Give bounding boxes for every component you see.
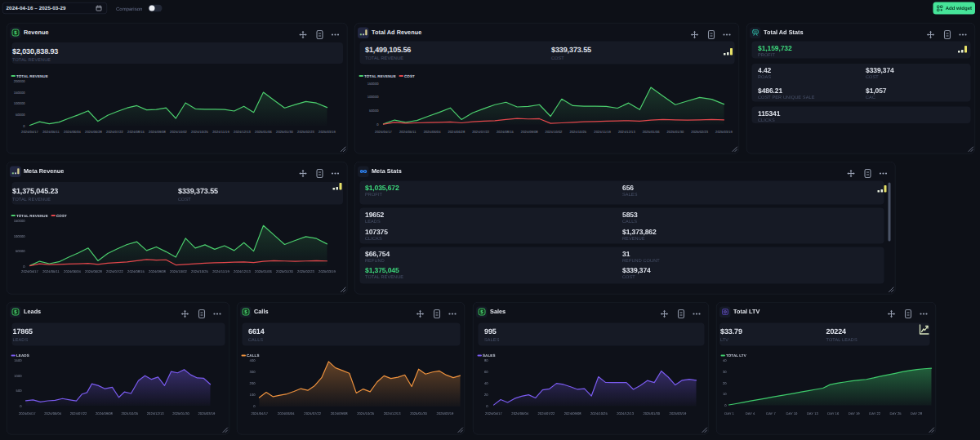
svg-text:2025/02/23: 2025/02/23 [297, 269, 314, 273]
svg-text:50000: 50000 [16, 113, 25, 117]
svg-text:TOTAL LTV: TOTAL LTV [726, 353, 746, 358]
svg-text:2025/03/19: 2025/03/19 [715, 130, 733, 134]
svg-text:2024/08/15: 2024/08/15 [127, 130, 145, 134]
svg-text:0: 0 [20, 404, 22, 408]
svg-text:0: 0 [253, 404, 256, 408]
svg-text:2024/09/08: 2024/09/08 [331, 411, 348, 416]
svg-text:2024/06/04: 2024/06/04 [278, 411, 295, 416]
svg-text:COST: COST [404, 74, 415, 78]
svg-text:10: 10 [723, 392, 727, 396]
svg-text:DAY 16: DAY 16 [827, 411, 839, 416]
svg-text:2025/01/06: 2025/01/06 [643, 130, 660, 134]
svg-text:2024/04/17: 2024/04/17 [21, 130, 38, 134]
svg-text:2024/06/04: 2024/06/04 [44, 411, 61, 416]
svg-text:2024/12/13: 2024/12/13 [618, 130, 635, 134]
svg-text:0: 0 [486, 404, 488, 408]
svg-text:2024/08/15: 2024/08/15 [127, 269, 145, 273]
svg-text:0: 0 [23, 124, 25, 128]
svg-text:2024/07/22: 2024/07/22 [538, 411, 555, 416]
svg-text:2024/12/13: 2024/12/13 [147, 411, 164, 416]
svg-text:2025/03/19: 2025/03/19 [318, 269, 336, 273]
svg-text:2024/07/22: 2024/07/22 [70, 411, 87, 416]
svg-text:2024/10/25: 2024/10/25 [121, 411, 138, 416]
svg-text:2024/06/04: 2024/06/04 [64, 269, 81, 273]
svg-text:2024/11/19: 2024/11/19 [212, 269, 229, 273]
svg-text:DAY 4: DAY 4 [746, 411, 755, 416]
svg-text:2024/09/08: 2024/09/08 [564, 411, 581, 416]
svg-text:300: 300 [250, 370, 256, 374]
svg-text:2024/06/04: 2024/06/04 [64, 130, 81, 134]
svg-text:2024/05/11: 2024/05/11 [399, 130, 416, 134]
svg-text:TOTAL REVENUE: TOTAL REVENUE [16, 74, 48, 78]
svg-text:150000: 150000 [368, 82, 379, 86]
svg-text:20: 20 [723, 381, 727, 385]
svg-text:DAY 1: DAY 1 [724, 411, 734, 416]
svg-text:2024/09/08: 2024/09/08 [96, 411, 113, 416]
svg-text:2024/04/17: 2024/04/17 [21, 269, 38, 273]
svg-text:2025/03/19: 2025/03/19 [437, 411, 454, 416]
svg-text:0: 0 [23, 264, 25, 269]
svg-text:SALES: SALES [483, 353, 496, 358]
svg-text:2025/03/19: 2025/03/19 [670, 411, 687, 416]
svg-text:2024/09/08: 2024/09/08 [149, 269, 166, 273]
svg-text:2024/07/22: 2024/07/22 [472, 130, 489, 134]
svg-text:2024/10/25: 2024/10/25 [569, 130, 586, 134]
svg-text:40: 40 [723, 358, 727, 362]
svg-text:2025/01/30: 2025/01/30 [667, 130, 684, 134]
svg-text:DAY 25: DAY 25 [890, 411, 902, 416]
svg-text:2024/04/17: 2024/04/17 [485, 411, 502, 416]
svg-text:2024/04/17: 2024/04/17 [19, 411, 36, 416]
svg-text:2025/01/30: 2025/01/30 [643, 411, 660, 416]
svg-text:100: 100 [250, 393, 256, 397]
svg-text:2025/03/19: 2025/03/19 [318, 130, 336, 134]
svg-text:2024/10/25: 2024/10/25 [191, 130, 208, 134]
svg-text:2024/07/22: 2024/07/22 [106, 269, 123, 273]
svg-text:2024/10/25: 2024/10/25 [357, 411, 374, 416]
svg-text:150000: 150000 [14, 91, 25, 95]
svg-text:2024/04/17: 2024/04/17 [375, 130, 392, 134]
svg-text:40: 40 [484, 381, 488, 385]
svg-text:500: 500 [16, 389, 22, 393]
svg-text:2024/12/13: 2024/12/13 [234, 130, 251, 134]
svg-text:COST: COST [56, 214, 67, 218]
svg-text:2024/06/28: 2024/06/28 [85, 130, 102, 134]
svg-text:2024/08/15: 2024/08/15 [497, 130, 514, 134]
svg-text:2024/10/02: 2024/10/02 [546, 130, 563, 134]
svg-text:2024/04/17: 2024/04/17 [251, 411, 268, 416]
svg-text:2024/06/04: 2024/06/04 [511, 411, 528, 416]
svg-text:CALLS: CALLS [247, 353, 260, 358]
svg-text:2025/01/30: 2025/01/30 [276, 269, 293, 273]
svg-text:0: 0 [724, 403, 727, 407]
svg-text:80: 80 [484, 358, 488, 362]
svg-text:2024/11/19: 2024/11/19 [212, 130, 229, 134]
svg-text:DAY 22: DAY 22 [869, 411, 880, 416]
svg-text:LEADS: LEADS [16, 353, 29, 358]
svg-text:100000: 100000 [14, 101, 25, 105]
svg-text:DAY 28: DAY 28 [911, 411, 922, 416]
svg-text:2025/01/30: 2025/01/30 [172, 411, 189, 416]
svg-text:2025/01/30: 2025/01/30 [410, 411, 427, 416]
svg-text:2024/06/28: 2024/06/28 [85, 269, 102, 273]
svg-text:DAY 10: DAY 10 [786, 411, 797, 416]
svg-text:2024/12/13: 2024/12/13 [234, 269, 251, 273]
svg-text:2024/10/02: 2024/10/02 [170, 130, 187, 134]
svg-text:2024/10/25: 2024/10/25 [590, 411, 608, 416]
svg-text:100000: 100000 [368, 95, 379, 99]
svg-text:2025/03/19: 2025/03/19 [198, 411, 216, 416]
svg-text:2024/10/02: 2024/10/02 [170, 269, 187, 273]
svg-text:2025/01/06: 2025/01/06 [255, 130, 272, 134]
svg-text:100000: 100000 [14, 234, 25, 238]
svg-text:2024/10/25: 2024/10/25 [191, 269, 208, 273]
svg-text:0: 0 [376, 122, 379, 127]
svg-text:DAY 13: DAY 13 [807, 411, 818, 416]
svg-text:2024/12/13: 2024/12/13 [617, 411, 634, 416]
svg-text:2024/06/28: 2024/06/28 [448, 130, 465, 134]
svg-text:2024/07/22: 2024/07/22 [304, 411, 321, 416]
svg-text:2025/01/06: 2025/01/06 [255, 269, 272, 273]
svg-text:2024/06/04: 2024/06/04 [424, 130, 441, 134]
svg-text:400: 400 [250, 358, 256, 362]
svg-text:2025/02/23: 2025/02/23 [297, 130, 314, 134]
svg-text:2024/09/08: 2024/09/08 [521, 130, 538, 134]
svg-text:2024/05/11: 2024/05/11 [42, 130, 60, 134]
svg-text:1000: 1000 [14, 374, 21, 378]
